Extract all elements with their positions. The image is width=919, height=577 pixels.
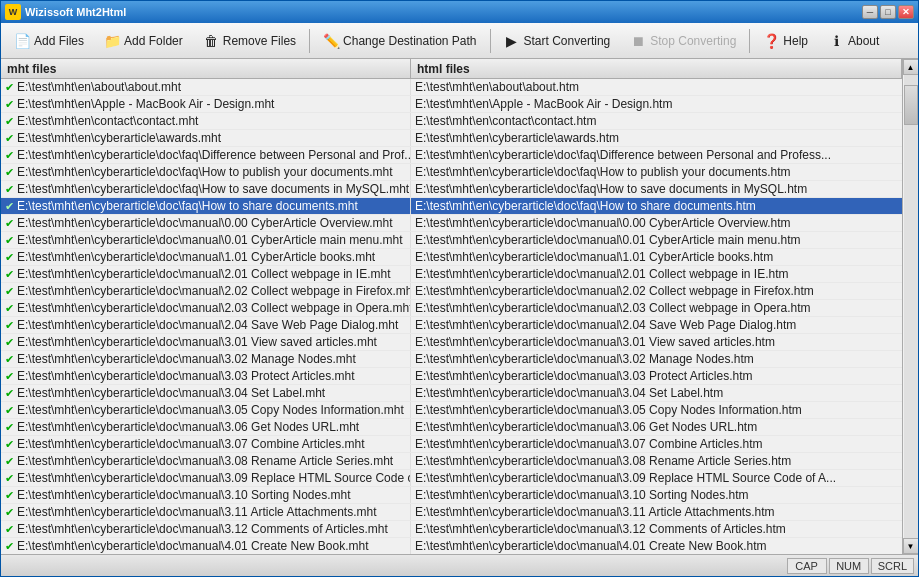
separator-1 [309, 29, 310, 53]
check-icon: ✔ [5, 472, 14, 485]
change-dest-button[interactable]: ✏️ Change Destination Path [314, 27, 485, 55]
table-row[interactable]: ✔E:\test\mht\en\cyberarticle\doc\manual\… [1, 470, 902, 487]
check-icon: ✔ [5, 200, 14, 213]
vertical-scrollbar[interactable]: ▲ ▼ [902, 59, 918, 554]
html-cell: E:\test\mht\en\cyberarticle\doc\manual\2… [411, 317, 902, 333]
table-row[interactable]: ✔E:\test\mht\en\cyberarticle\doc\manual\… [1, 436, 902, 453]
table-row[interactable]: ✔E:\test\mht\en\cyberarticle\doc\manual\… [1, 232, 902, 249]
mht-path: E:\test\mht\en\cyberarticle\doc\manual\3… [17, 471, 411, 485]
change-dest-icon: ✏️ [323, 33, 339, 49]
remove-files-icon: 🗑 [203, 33, 219, 49]
html-cell: E:\test\mht\en\cyberarticle\doc\manual\3… [411, 402, 902, 418]
table-row[interactable]: ✔E:\test\mht\en\cyberarticle\doc\manual\… [1, 453, 902, 470]
mht-cell: ✔E:\test\mht\en\contact\contact.mht [1, 113, 411, 129]
help-button[interactable]: ❓ Help [754, 27, 817, 55]
remove-files-button[interactable]: 🗑 Remove Files [194, 27, 305, 55]
table-row[interactable]: ✔E:\test\mht\en\cyberarticle\doc\manual\… [1, 538, 902, 554]
table-row[interactable]: ✔E:\test\mht\en\about\about.mhtE:\test\m… [1, 79, 902, 96]
html-cell: E:\test\mht\en\cyberarticle\doc\manual\3… [411, 368, 902, 384]
check-icon: ✔ [5, 404, 14, 417]
table-row[interactable]: ✔E:\test\mht\en\cyberarticle\doc\faq\Dif… [1, 147, 902, 164]
table-row[interactable]: ✔E:\test\mht\en\cyberarticle\doc\manual\… [1, 521, 902, 538]
table-row[interactable]: ✔E:\test\mht\en\cyberarticle\doc\faq\How… [1, 164, 902, 181]
minimize-button[interactable]: ─ [862, 5, 878, 19]
table-row[interactable]: ✔E:\test\mht\en\cyberarticle\doc\manual\… [1, 283, 902, 300]
mht-column-header: mht files [1, 59, 411, 78]
close-button[interactable]: ✕ [898, 5, 914, 19]
html-cell: E:\test\mht\en\cyberarticle\doc\manual\3… [411, 419, 902, 435]
html-cell: E:\test\mht\en\cyberarticle\doc\faq\Diff… [411, 147, 902, 163]
mht-cell: ✔E:\test\mht\en\cyberarticle\doc\manual\… [1, 215, 411, 231]
table-row[interactable]: ✔E:\test\mht\en\contact\contact.mhtE:\te… [1, 113, 902, 130]
table-row[interactable]: ✔E:\test\mht\en\cyberarticle\doc\manual\… [1, 249, 902, 266]
check-icon: ✔ [5, 217, 14, 230]
stop-converting-button[interactable]: ⏹ Stop Converting [621, 27, 745, 55]
maximize-button[interactable]: □ [880, 5, 896, 19]
stop-converting-label: Stop Converting [650, 34, 736, 48]
table-row[interactable]: ✔E:\test\mht\en\cyberarticle\doc\manual\… [1, 215, 902, 232]
add-files-button[interactable]: 📄 Add Files [5, 27, 93, 55]
mht-path: E:\test\mht\en\cyberarticle\doc\manual\3… [17, 369, 354, 383]
separator-2 [490, 29, 491, 53]
mht-path: E:\test\mht\en\cyberarticle\doc\manual\3… [17, 335, 377, 349]
mht-path: E:\test\mht\en\cyberarticle\doc\manual\2… [17, 301, 411, 315]
table-row[interactable]: ✔E:\test\mht\en\cyberarticle\doc\manual\… [1, 487, 902, 504]
html-cell: E:\test\mht\en\cyberarticle\doc\manual\2… [411, 300, 902, 316]
scroll-down-button[interactable]: ▼ [903, 538, 919, 554]
check-icon: ✔ [5, 302, 14, 315]
mht-path: E:\test\mht\en\cyberarticle\doc\faq\Diff… [17, 148, 411, 162]
html-cell: E:\test\mht\en\cyberarticle\doc\manual\3… [411, 436, 902, 452]
mht-cell: ✔E:\test\mht\en\cyberarticle\doc\manual\… [1, 317, 411, 333]
html-cell: E:\test\mht\en\cyberarticle\doc\faq\How … [411, 198, 902, 214]
scroll-up-button[interactable]: ▲ [903, 59, 919, 75]
mht-path: E:\test\mht\en\Apple - MacBook Air - Des… [17, 97, 274, 111]
table-row[interactable]: ✔E:\test\mht\en\cyberarticle\doc\manual\… [1, 317, 902, 334]
html-cell: E:\test\mht\en\cyberarticle\doc\manual\3… [411, 334, 902, 350]
table-row[interactable]: ✔E:\test\mht\en\cyberarticle\doc\manual\… [1, 368, 902, 385]
scroll-thumb[interactable] [904, 85, 918, 125]
separator-3 [749, 29, 750, 53]
add-folder-button[interactable]: 📁 Add Folder [95, 27, 192, 55]
table-row[interactable]: ✔E:\test\mht\en\cyberarticle\doc\manual\… [1, 334, 902, 351]
file-table: mht files html files ✔E:\test\mht\en\abo… [1, 59, 902, 554]
table-row[interactable]: ✔E:\test\mht\en\cyberarticle\doc\manual\… [1, 402, 902, 419]
num-indicator: NUM [829, 558, 869, 574]
main-window: W Wizissoft Mht2Html ─ □ ✕ 📄 Add Files 📁… [0, 0, 919, 577]
check-icon: ✔ [5, 268, 14, 281]
about-button[interactable]: ℹ About [819, 27, 888, 55]
table-row[interactable]: ✔E:\test\mht\en\cyberarticle\doc\faq\How… [1, 198, 902, 215]
check-icon: ✔ [5, 489, 14, 502]
start-converting-icon: ▶ [504, 33, 520, 49]
check-icon: ✔ [5, 370, 14, 383]
html-cell: E:\test\mht\en\cyberarticle\doc\manual\2… [411, 283, 902, 299]
title-bar: W Wizissoft Mht2Html ─ □ ✕ [1, 1, 918, 23]
html-cell: E:\test\mht\en\cyberarticle\doc\faq\How … [411, 164, 902, 180]
table-row[interactable]: ✔E:\test\mht\en\cyberarticle\doc\manual\… [1, 419, 902, 436]
status-bar: CAP NUM SCRL [1, 554, 918, 576]
table-body[interactable]: ✔E:\test\mht\en\about\about.mhtE:\test\m… [1, 79, 902, 554]
mht-path: E:\test\mht\en\cyberarticle\doc\manual\3… [17, 505, 377, 519]
scrl-indicator: SCRL [871, 558, 914, 574]
mht-path: E:\test\mht\en\about\about.mht [17, 80, 181, 94]
html-cell: E:\test\mht\en\cyberarticle\doc\manual\4… [411, 538, 902, 554]
mht-cell: ✔E:\test\mht\en\cyberarticle\doc\manual\… [1, 351, 411, 367]
html-cell: E:\test\mht\en\contact\contact.htm [411, 113, 902, 129]
table-row[interactable]: ✔E:\test\mht\en\Apple - MacBook Air - De… [1, 96, 902, 113]
mht-path: E:\test\mht\en\cyberarticle\doc\manual\3… [17, 386, 325, 400]
scroll-track[interactable] [904, 75, 918, 538]
table-row[interactable]: ✔E:\test\mht\en\cyberarticle\doc\manual\… [1, 300, 902, 317]
mht-cell: ✔E:\test\mht\en\cyberarticle\doc\manual\… [1, 453, 411, 469]
check-icon: ✔ [5, 455, 14, 468]
check-icon: ✔ [5, 81, 14, 94]
start-converting-button[interactable]: ▶ Start Converting [495, 27, 620, 55]
table-row[interactable]: ✔E:\test\mht\en\cyberarticle\doc\faq\How… [1, 181, 902, 198]
check-icon: ✔ [5, 387, 14, 400]
check-icon: ✔ [5, 353, 14, 366]
mht-cell: ✔E:\test\mht\en\cyberarticle\doc\manual\… [1, 249, 411, 265]
table-row[interactable]: ✔E:\test\mht\en\cyberarticle\doc\manual\… [1, 266, 902, 283]
html-cell: E:\test\mht\en\cyberarticle\doc\manual\0… [411, 215, 902, 231]
table-row[interactable]: ✔E:\test\mht\en\cyberarticle\doc\manual\… [1, 385, 902, 402]
table-row[interactable]: ✔E:\test\mht\en\cyberarticle\doc\manual\… [1, 504, 902, 521]
table-row[interactable]: ✔E:\test\mht\en\cyberarticle\doc\manual\… [1, 351, 902, 368]
table-row[interactable]: ✔E:\test\mht\en\cyberarticle\awards.mhtE… [1, 130, 902, 147]
